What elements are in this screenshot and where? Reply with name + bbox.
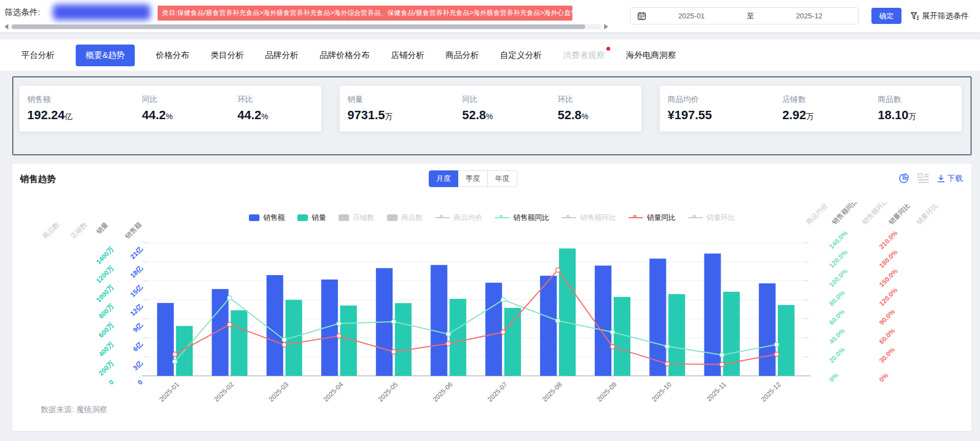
marker-销量同比 xyxy=(446,341,450,346)
x-axis-label: 2025-01 xyxy=(158,380,180,403)
axis-tick-label: 18亿 xyxy=(129,264,144,280)
x-axis-label: 2025-08 xyxy=(541,380,564,403)
axis-tick-label: 30.0% xyxy=(878,346,896,365)
scrollbar-track[interactable] xyxy=(11,24,602,30)
x-axis-label: 2025-07 xyxy=(486,380,509,403)
marker-销量同比 xyxy=(173,352,177,356)
x-axis-label: 2025-10 xyxy=(650,380,673,403)
left-axis-title: 商品数 xyxy=(41,220,61,240)
tab-5[interactable]: 品牌分析 xyxy=(265,45,298,66)
x-axis-label: 2025-03 xyxy=(267,380,290,403)
tab-3[interactable]: 价格分布 xyxy=(156,45,189,66)
download-button[interactable]: 下载 xyxy=(937,174,963,184)
filter-tags-scrollbar[interactable] xyxy=(4,24,608,30)
marker-销量同比 xyxy=(665,361,669,366)
period-option[interactable]: 月度 xyxy=(429,170,458,187)
metric-unit: % xyxy=(581,112,588,121)
axis-tick-label: 6亿 xyxy=(131,340,144,353)
metric-unit: 万 xyxy=(806,112,814,121)
marker-销量同比 xyxy=(610,345,615,349)
tab-1[interactable]: 平台分析 xyxy=(21,45,55,66)
axis-tick-label: 120.0% xyxy=(878,286,899,308)
filter-conditions-label: 筛选条件: xyxy=(4,7,40,18)
tab-9[interactable]: 自定义分析 xyxy=(500,45,542,66)
scrollbar-thumb[interactable] xyxy=(12,24,585,29)
kpi-metric: 商品数18.10万 xyxy=(878,95,962,131)
marker-销量同比 xyxy=(282,342,287,347)
tab-11[interactable]: 海外电商洞察 xyxy=(626,45,676,66)
scroll-left-arrow-icon[interactable] xyxy=(4,24,8,30)
tab-8[interactable]: 商品分析 xyxy=(445,45,479,66)
marker-销售额同比 xyxy=(282,337,287,342)
bar-销售额 xyxy=(486,283,502,376)
tab-10[interactable]: 消费者观察 xyxy=(563,45,605,66)
period-toggle-group: 月度季度年度 xyxy=(429,170,517,187)
metric-unit: 万 xyxy=(385,112,393,121)
marker-销售额同比 xyxy=(337,321,341,326)
bar-销售额 xyxy=(704,253,721,376)
confirm-button[interactable]: 确定 xyxy=(871,8,901,24)
tab-6[interactable]: 品牌价格分布 xyxy=(320,45,370,66)
x-axis-label: 2025-02 xyxy=(212,380,235,403)
metric-unit: % xyxy=(486,112,493,121)
bar-销量 xyxy=(504,308,521,376)
metric-label: 环比 xyxy=(558,95,641,105)
metric-unit: 万 xyxy=(909,112,917,121)
axis-tick-label: 150.0% xyxy=(878,267,899,288)
kpi-metric: 同比52.8% xyxy=(462,95,558,131)
x-axis-label: 2025-09 xyxy=(595,380,618,403)
kpi-metric: 环比52.8% xyxy=(558,95,641,131)
date-separator: 至 xyxy=(734,11,767,21)
right-axis-title: 销售额环比 xyxy=(860,203,890,227)
bar-销售额 xyxy=(430,265,447,376)
metric-unit: 亿 xyxy=(65,112,72,121)
bar-销售额 xyxy=(649,258,666,376)
metric-value: 52.8% xyxy=(558,108,641,122)
tab-7[interactable]: 店铺分析 xyxy=(391,45,424,66)
date-start-value[interactable]: 2025-01 xyxy=(649,12,734,20)
axis-tick-label: 20.0% xyxy=(827,346,846,365)
expand-filters-label: 展开筛选条件 xyxy=(922,11,969,21)
axis-tick-label: 15亿 xyxy=(129,283,144,299)
tab-2[interactable]: 概要&趋势 xyxy=(76,45,135,66)
date-end-value[interactable]: 2025-12 xyxy=(767,12,852,20)
kpi-metric: 店铺数2.92万 xyxy=(782,95,878,131)
bar-销量 xyxy=(395,303,411,376)
table-view-icon[interactable] xyxy=(918,173,929,184)
marker-销售额同比 xyxy=(446,332,450,336)
left-axis-title: 销售额 xyxy=(123,220,143,241)
period-option[interactable]: 年度 xyxy=(488,170,517,187)
axis-tick-label: 600万 xyxy=(97,321,116,340)
metric-label: 销量 xyxy=(347,95,462,105)
sales-trend-card: 销售趋势 月度季度年度 下载 销售额销量店铺数商品数商品均价销售额同比销售额环比… xyxy=(12,164,972,431)
period-option[interactable]: 季度 xyxy=(458,170,488,187)
data-source-note: 数据来源: 魔镜洞察 xyxy=(41,405,107,415)
scroll-right-arrow-icon[interactable] xyxy=(604,24,608,30)
metric-label: 店铺数 xyxy=(782,95,878,105)
tab-4[interactable]: 类目分析 xyxy=(210,45,244,66)
marker-销量同比 xyxy=(337,334,341,338)
axis-tick-label: 800万 xyxy=(97,302,116,321)
filter-right-controls: 2025-01 至 2025-12 确定 展开筛选条件 xyxy=(630,7,969,24)
metric-value: 2.92万 xyxy=(782,108,878,122)
metric-value: 192.24亿 xyxy=(27,108,142,122)
metric-unit: % xyxy=(166,112,173,121)
expand-filters-button[interactable]: 展开筛选条件 xyxy=(910,11,969,21)
metric-label: 商品数 xyxy=(878,95,962,105)
axis-tick-label: 120.0% xyxy=(827,248,849,270)
x-axis-label: 2025-06 xyxy=(431,380,454,403)
kpi-metric: 销售额192.24亿 xyxy=(27,95,142,131)
x-axis-label: 2025-11 xyxy=(705,380,728,403)
axis-tick-label: 60.0% xyxy=(878,327,896,346)
metric-unit: % xyxy=(261,112,268,121)
bar-销售额 xyxy=(157,303,174,376)
date-range-picker[interactable]: 2025-01 至 2025-12 xyxy=(630,7,859,24)
marker-销量同比 xyxy=(775,352,779,356)
metric-value: 9731.5万 xyxy=(347,108,462,122)
pie-chart-icon[interactable] xyxy=(898,173,910,184)
kpi-metric: 同比44.2% xyxy=(142,95,238,131)
filter-bar: 筛选条件: 类目:保健食品/膳食营养补充食品>海外膳食营养补充食品>海外综合营养… xyxy=(0,0,980,32)
marker-销量同比 xyxy=(227,322,232,327)
funnel-icon xyxy=(910,12,919,21)
left-axis-title: 销量 xyxy=(95,220,110,236)
